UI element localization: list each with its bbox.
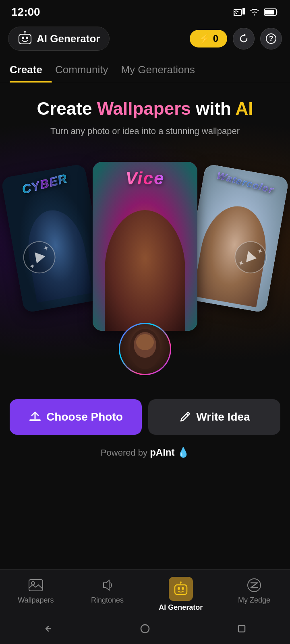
back-button[interactable] [41, 621, 56, 636]
image-icon [29, 579, 43, 591]
header: AI Generator ⚡ 0 ? [0, 23, 290, 55]
header-right: ⚡ 0 ? [190, 28, 282, 50]
recents-icon [236, 623, 247, 634]
cards-area: CYBER ✦ ✦ Watercolor ✦ ✦ Vic [0, 154, 290, 387]
speaker-icon [101, 579, 114, 592]
svg-rect-18 [175, 585, 187, 594]
powered-by: Powered by pAInt 💧 [0, 443, 290, 466]
choose-photo-label: Choose Photo [46, 411, 123, 423]
status-icons [234, 8, 279, 17]
cast-icon [234, 8, 245, 16]
edit-icon [178, 411, 191, 423]
choose-photo-button[interactable]: Choose Photo [10, 399, 142, 435]
user-photo-inner [120, 324, 170, 374]
bottom-nav: Wallpapers Ringtones [0, 569, 290, 644]
svg-text:?: ? [269, 35, 273, 43]
help-button[interactable]: ? [260, 28, 282, 50]
nav-wallpapers[interactable]: Wallpapers [16, 577, 56, 612]
card-cyber-label: CYBER [21, 171, 69, 196]
status-bar: 12:00 [0, 0, 290, 23]
nav-wallpapers-label: Wallpapers [18, 596, 54, 605]
robot-icon [173, 581, 189, 597]
svg-point-22 [180, 582, 182, 583]
refresh-icon [238, 33, 249, 44]
nav-my-zedge[interactable]: My Zedge [234, 577, 274, 612]
zedge-logo-icon [247, 578, 261, 592]
action-buttons: Choose Photo Write Idea [0, 391, 290, 443]
card-cyber[interactable]: CYBER ✦ ✦ [1, 163, 108, 313]
play-arrow-right [246, 251, 257, 264]
card-vice[interactable]: Vice [93, 162, 197, 331]
svg-rect-7 [26, 37, 28, 39]
user-avatar [125, 327, 165, 371]
card-vice-face [105, 210, 185, 331]
star-dot3: ✦ [257, 246, 264, 256]
refresh-button[interactable] [233, 28, 255, 50]
svg-rect-6 [22, 37, 24, 39]
tab-my-generations[interactable]: My Generations [121, 58, 205, 82]
help-icon: ? [265, 33, 277, 44]
system-nav [0, 616, 290, 644]
ringtones-icon [99, 577, 116, 594]
svg-point-14 [136, 334, 154, 350]
wallpapers-icon [27, 577, 44, 594]
svg-rect-5 [19, 34, 31, 44]
bolt-badge[interactable]: ⚡ 0 [190, 30, 227, 47]
svg-point-9 [24, 31, 26, 33]
svg-rect-0 [234, 10, 242, 15]
svg-rect-25 [238, 625, 245, 632]
powered-prefix: Powered by [101, 448, 147, 458]
nav-ringtones-label: Ringtones [91, 596, 124, 605]
back-icon [43, 623, 54, 634]
svg-rect-15 [29, 419, 41, 421]
tab-create[interactable]: Create [10, 58, 52, 82]
nav-ringtones[interactable]: Ringtones [87, 577, 128, 612]
svg-rect-19 [178, 587, 180, 590]
home-icon [139, 623, 151, 634]
my-zedge-icon [246, 577, 263, 594]
user-photo-circle[interactable] [119, 323, 171, 375]
hero-title: Create Wallpapers with AI [12, 98, 278, 120]
nav-ai-generator-label: AI Generator [159, 603, 203, 612]
svg-rect-20 [182, 587, 184, 590]
star-dot4: ✦ [238, 258, 245, 268]
upload-icon [29, 411, 41, 423]
recents-button[interactable] [234, 621, 249, 636]
card-vice-label: Vice [126, 168, 165, 188]
header-logo[interactable]: AI Generator [8, 27, 110, 51]
bolt-icon: ⚡ [199, 33, 211, 44]
svg-point-17 [31, 582, 35, 585]
svg-point-24 [141, 625, 149, 633]
wifi-icon [249, 8, 260, 17]
tab-community[interactable]: Community [55, 58, 118, 82]
svg-rect-16 [29, 580, 43, 591]
logo-text: AI Generator [37, 33, 100, 45]
nav-ai-generator[interactable]: AI Generator [159, 577, 203, 612]
bolt-count: 0 [213, 33, 218, 44]
star-dot2: ✦ [29, 261, 36, 271]
tab-bar: Create Community My Generations [0, 58, 290, 82]
home-button[interactable] [138, 621, 152, 636]
hero-subtitle: Turn any photo or idea into a stunning w… [12, 125, 278, 138]
powered-brand: pAInt 💧 [150, 447, 189, 458]
svg-rect-2 [242, 8, 245, 14]
nav-items: Wallpapers Ringtones [0, 570, 290, 616]
star-dot: ✦ [42, 243, 50, 253]
hero-section: Create Wallpapers with AI Turn any photo… [0, 82, 290, 146]
card-watercolor-label: Watercolor [216, 169, 275, 196]
ai-generator-nav-icon [169, 577, 193, 601]
write-idea-button[interactable]: Write Idea [148, 399, 280, 435]
battery-icon [264, 8, 279, 16]
status-time: 12:00 [11, 6, 40, 19]
svg-rect-4 [265, 10, 274, 14]
write-idea-label: Write Idea [196, 411, 250, 423]
card-watercolor[interactable]: Watercolor ✦ ✦ [182, 163, 289, 313]
nav-my-zedge-label: My Zedge [238, 596, 270, 605]
ai-generator-icon [17, 31, 33, 46]
